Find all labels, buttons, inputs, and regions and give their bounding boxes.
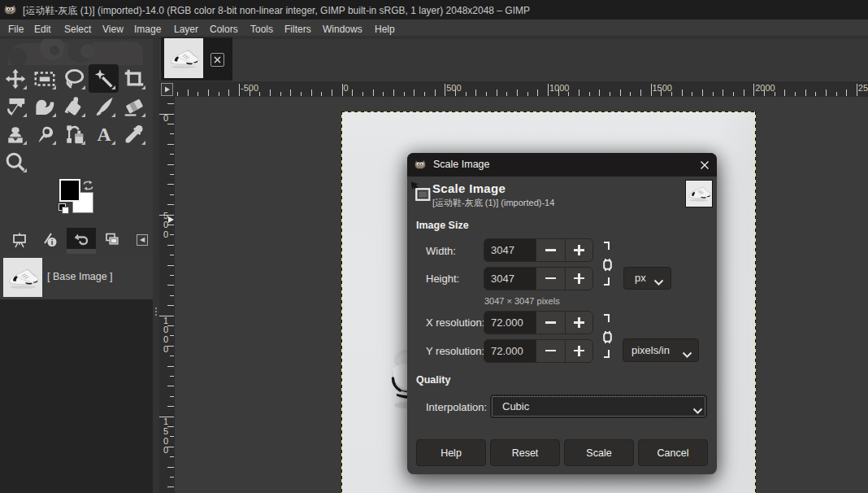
svg-text:i: i: [51, 238, 54, 246]
svg-text:A: A: [97, 124, 111, 145]
